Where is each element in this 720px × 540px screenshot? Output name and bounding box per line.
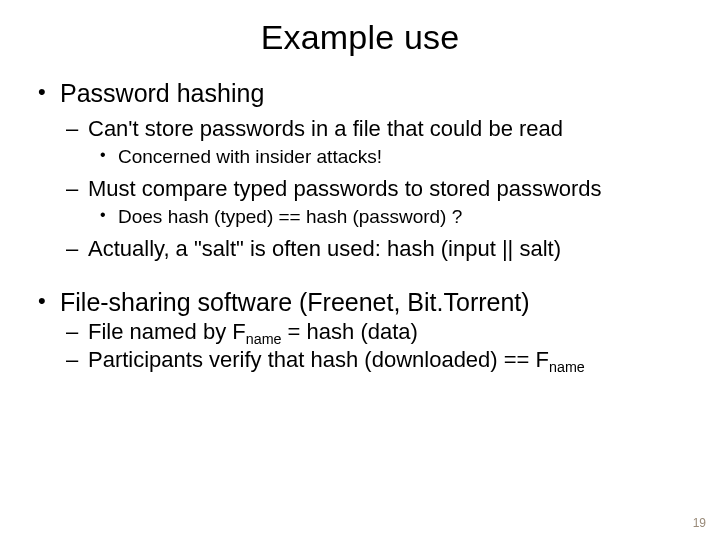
sub-text: Can't store passwords in a file that cou… (88, 116, 563, 141)
sub-text: Actually, a "salt" is often used: hash (… (88, 236, 561, 261)
sub-file-named: File named by Fname = hash (data) (60, 319, 684, 345)
sub-text-post: = hash (data) (282, 319, 418, 344)
slide-title: Example use (36, 18, 684, 57)
sub-participants-verify: Participants verify that hash (downloade… (60, 347, 684, 373)
sub-text: Must compare typed passwords to stored p… (88, 176, 602, 201)
subscript-name: name (549, 359, 585, 375)
sub-must-compare: Must compare typed passwords to stored p… (60, 176, 684, 228)
subsub-insider: Concerned with insider attacks! (88, 146, 684, 168)
sub-salt: Actually, a "salt" is often used: hash (… (60, 236, 684, 262)
bullet-text: Password hashing (60, 79, 264, 107)
bullet-password-hashing: Password hashing Can't store passwords i… (36, 79, 684, 262)
sub-cant-store: Can't store passwords in a file that cou… (60, 116, 684, 168)
subsub-text: Does hash (typed) == hash (password) ? (118, 206, 462, 227)
bullet-file-sharing: File-sharing software (Freenet, Bit.Torr… (36, 288, 684, 373)
subsub-list: Concerned with insider attacks! (88, 146, 684, 168)
bullet-text: File-sharing software (Freenet, Bit.Torr… (60, 288, 530, 316)
bullet-list: Password hashing Can't store passwords i… (36, 79, 684, 373)
page-number: 19 (693, 516, 706, 530)
subsub-does-hash: Does hash (typed) == hash (password) ? (88, 206, 684, 228)
slide: Example use Password hashing Can't store… (0, 0, 720, 540)
subsub-list: Does hash (typed) == hash (password) ? (88, 206, 684, 228)
sub-list: File named by Fname = hash (data) Partic… (60, 319, 684, 373)
sub-text-pre: File named by F (88, 319, 246, 344)
sub-text-pre: Participants verify that hash (downloade… (88, 347, 549, 372)
subsub-text: Concerned with insider attacks! (118, 146, 382, 167)
subscript-name: name (246, 331, 282, 347)
sub-list: Can't store passwords in a file that cou… (60, 116, 684, 262)
